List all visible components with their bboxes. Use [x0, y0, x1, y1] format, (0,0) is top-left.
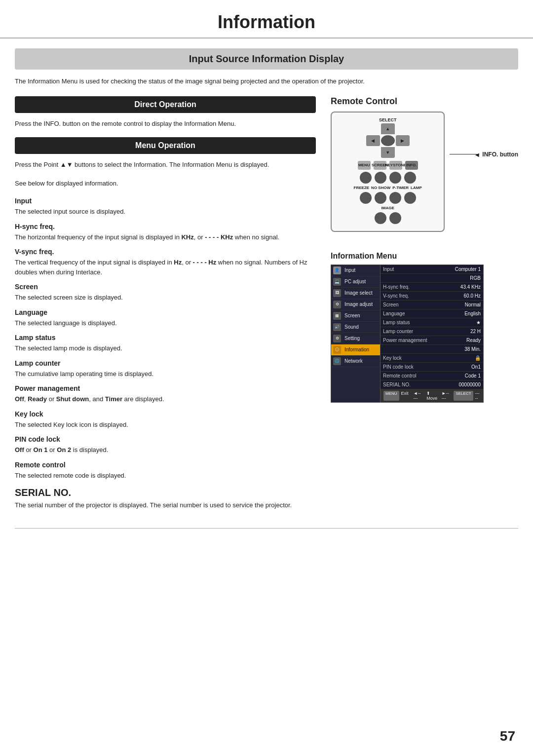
info-item-power-mgmt: Power management Off, Ready or Shut down…: [15, 384, 316, 404]
right-key-input: Input: [383, 266, 394, 272]
menu-right-row-screen: Screen Normal: [381, 301, 483, 309]
direct-operation-text: Press the INFO. button on the remote con…: [15, 119, 316, 129]
info-item-key-lock: Key lock The selected Key lock icon is d…: [15, 410, 316, 430]
right-key-keylock: Key lock: [383, 355, 402, 361]
keystone-circle[interactable]: [389, 172, 401, 184]
menu-network-icon: 🌐: [333, 357, 341, 365]
menu-setting-label: Setting: [344, 336, 360, 341]
menu-operation-text2: See below for displayed information.: [15, 179, 316, 189]
menu-footer-select-btn: SELECT: [454, 391, 473, 401]
ptimer-label: P-TIMER: [392, 186, 409, 190]
info-lamp-status-heading: Lamp status: [15, 334, 316, 341]
menu-circle[interactable]: [360, 172, 372, 184]
info-item-lamp-status: Lamp status The selected lamp mode is di…: [15, 334, 316, 353]
info-pin-lock-heading: PIN code lock: [15, 435, 316, 443]
menu-item-screen[interactable]: ▦ Screen: [331, 310, 380, 322]
info-item-lamp-counter: Lamp counter The cumulative lamp operati…: [15, 359, 316, 379]
direct-operation-box: Direct Operation: [15, 96, 316, 113]
info-item-language: Language The selected language is displa…: [15, 308, 316, 328]
menu-sound-label: Sound: [344, 324, 359, 330]
menu-right-row-lamp-counter: Lamp counter 22 H: [381, 327, 483, 336]
menu-left-column: 👤 Input 💻 PC adjust 🖼 Image select ⚙ Ima…: [331, 265, 381, 402]
ptimer-btn[interactable]: [389, 192, 401, 204]
menu-item-information[interactable]: ⓘ Information: [331, 344, 380, 356]
menu-item-input[interactable]: 👤 Input: [331, 265, 380, 276]
info-item-pin-lock: PIN code lock Off or On 1 or On 2 is dis…: [15, 435, 316, 455]
right-val-hsync: 43.4 KHz: [460, 284, 481, 290]
menu-item-pc-adjust[interactable]: 💻 PC adjust: [331, 276, 380, 288]
right-key-serial: SERIAL NO.: [383, 382, 411, 387]
image-btn-1[interactable]: [375, 212, 386, 224]
menu-screen-label: Screen: [344, 313, 360, 318]
menu-item-setting[interactable]: ⚙ Setting: [331, 333, 380, 344]
dpad-center[interactable]: [381, 135, 395, 146]
dpad-right[interactable]: ▶: [396, 135, 410, 146]
menu-right-row-hsync: H-sync freq. 43.4 KHz: [381, 283, 483, 292]
right-val-lamp-counter: 22 H: [470, 329, 481, 334]
menu-setting-icon: ⚙: [333, 335, 341, 342]
menu-imgadjust-label: Image adjust: [344, 302, 373, 307]
info-screen-text: The selected screen size is displayed.: [15, 293, 316, 302]
remote-control-section: Remote Control SELECT ▲ ◀ ▶: [331, 96, 518, 232]
dpad-left[interactable]: ◀: [366, 135, 380, 146]
menu-right-row-serial: SERIAL NO. 00000000: [381, 380, 483, 389]
menu-footer-dashes: -----: [475, 391, 480, 401]
menu-item-image-select[interactable]: 🖼 Image select: [331, 288, 380, 299]
noshow-btn[interactable]: [375, 192, 386, 204]
intro-text: The Information Menu is used for checkin…: [15, 76, 518, 86]
info-input-heading: Input: [15, 197, 316, 205]
info-input-text: The selected input source is displayed.: [15, 207, 316, 217]
keystone-btn[interactable]: KEYSTONE: [389, 161, 402, 170]
remote-row-2: [339, 192, 437, 204]
info-lamp-status-text: The selected lamp mode is displayed.: [15, 343, 316, 353]
right-val-remote: Code 1: [465, 373, 481, 378]
page-number: 57: [500, 728, 515, 744]
menu-right-row-lamp-status: Lamp status ★: [381, 318, 483, 327]
menu-item-network[interactable]: 🌐 Network: [331, 356, 380, 367]
info-item-vsync: V-sync freq. The vertical frequency of t…: [15, 248, 316, 277]
menu-operation-text1: Press the Point ▲▼ buttons to select the…: [15, 160, 316, 170]
right-key-lamp-counter: Lamp counter: [383, 329, 413, 334]
info-menu-title: Information Menu: [331, 252, 518, 261]
remote-control-image: SELECT ▲ ◀ ▶ ▼: [331, 112, 445, 232]
menu-item-image-adjust[interactable]: ⚙ Image adjust: [331, 299, 380, 310]
info-btn[interactable]: INFO.: [405, 161, 418, 170]
menu-footer-arrow-left: ◄-----: [414, 391, 422, 401]
screen-circle[interactable]: [375, 172, 386, 184]
menu-right-row-rgb: RGB: [381, 274, 483, 283]
dpad-up[interactable]: ▲: [381, 123, 395, 134]
right-column: Remote Control SELECT ▲ ◀ ▶: [331, 96, 518, 513]
info-item-input: Input The selected input source is displ…: [15, 197, 316, 217]
menu-right-row-keylock: Key lock 🔒: [381, 354, 483, 363]
lamp-label: LAMP: [411, 186, 422, 190]
info-key-lock-text: The selected Key lock icon is displayed.: [15, 420, 316, 430]
menu-input-label: Input: [344, 267, 355, 273]
right-val-rgb: RGB: [470, 275, 481, 281]
menu-sound-icon: 🔊: [333, 323, 341, 331]
info-lamp-counter-text: The cumulative lamp operating time is di…: [15, 369, 316, 379]
info-power-mgmt-heading: Power management: [15, 384, 316, 392]
info-circle[interactable]: [404, 172, 416, 184]
menu-btn[interactable]: MENU: [358, 161, 371, 170]
serial-no-heading: SERIAL NO.: [15, 487, 316, 498]
menu-input-icon: 👤: [333, 266, 341, 274]
info-hsync-heading: H-sync freq.: [15, 223, 316, 230]
page-title: Information: [0, 0, 533, 38]
right-val-screen: Normal: [465, 302, 481, 307]
menu-right-row-input: Input Computer 1: [381, 265, 483, 274]
lamp-btn[interactable]: [404, 192, 416, 204]
info-btn-annotation: ◀ INFO. button: [450, 151, 518, 158]
dpad-down[interactable]: ▼: [381, 147, 395, 158]
section-header: Input Source Information Display: [15, 48, 518, 70]
info-language-heading: Language: [15, 308, 316, 316]
remote-row-3: [339, 212, 437, 224]
remote-row-1: MENU SCREEN KEYSTONE INFO.: [339, 161, 437, 170]
freeze-btn[interactable]: [360, 192, 372, 204]
menu-imgselect-icon: 🖼: [333, 289, 341, 297]
menu-right-row-timer: 38 Min.: [381, 345, 483, 354]
menu-info-icon: ⓘ: [333, 346, 341, 354]
menu-info-label: Information: [344, 347, 369, 352]
menu-footer: MENU Exit ◄----- ⬆ Move ►----- SELECT --…: [381, 389, 483, 402]
image-btn-2[interactable]: [389, 212, 401, 224]
menu-item-sound[interactable]: 🔊 Sound: [331, 322, 380, 333]
